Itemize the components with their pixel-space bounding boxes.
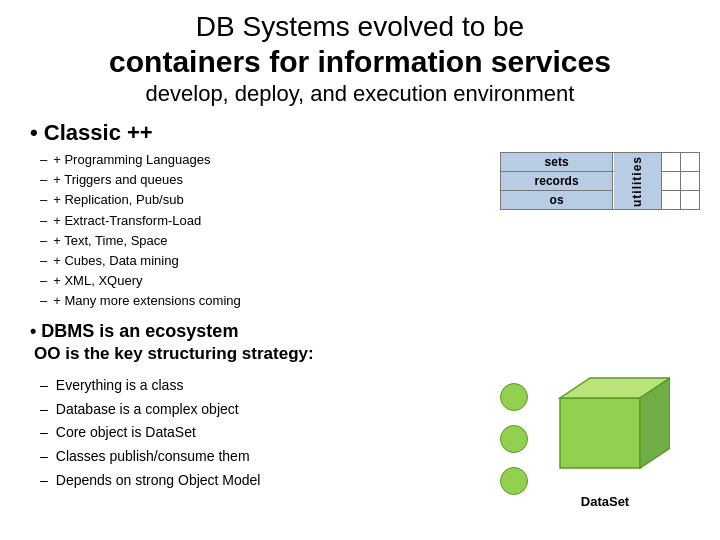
list-item2-text: Database is a complex object xyxy=(56,398,239,422)
dataset-diagram: DataSet xyxy=(480,368,680,498)
cell-blank5 xyxy=(661,191,680,210)
cell-os: os xyxy=(501,191,613,210)
dash-icon: – xyxy=(40,251,47,271)
dash2-icon: – xyxy=(40,374,48,398)
title-line1: DB Systems evolved to be xyxy=(20,10,700,44)
dash2-icon: – xyxy=(40,398,48,422)
circle2 xyxy=(500,425,528,453)
cube-svg xyxy=(540,368,670,488)
svg-marker-0 xyxy=(560,398,640,468)
list-item-text: + Replication, Pub/sub xyxy=(53,190,183,210)
dash-icon: – xyxy=(40,231,47,251)
list-item: –+ Extract-Transform-Load xyxy=(40,211,480,231)
list-item: –+ XML, XQuery xyxy=(40,271,480,291)
section2-bullet: • DBMS is an ecosystem xyxy=(30,321,700,342)
list-item-text: + XML, XQuery xyxy=(53,271,142,291)
section2: • DBMS is an ecosystem OO is the key str… xyxy=(20,321,700,498)
dash-icon: – xyxy=(40,150,47,170)
section1-content: –+ Programming Languages–+ Triggers and … xyxy=(20,150,700,311)
section2-content: –Everything is a class–Database is a com… xyxy=(20,368,700,498)
dash-icon: – xyxy=(40,211,47,231)
cell-blank6 xyxy=(680,191,699,210)
dash-icon: – xyxy=(40,170,47,190)
section2-list: –Everything is a class–Database is a com… xyxy=(40,374,470,493)
circles xyxy=(500,383,528,495)
list-item: –+ Programming Languages xyxy=(40,150,480,170)
list-item-text: + Many more extensions coming xyxy=(53,291,241,311)
list-item: –+ Text, Time, Space xyxy=(40,231,480,251)
section1-bullet: • Classic ++ xyxy=(30,120,700,146)
diagram-block: sets utilities records os xyxy=(490,152,700,210)
title-line3: develop, deploy, and execution environme… xyxy=(20,80,700,109)
list-item-text: + Extract-Transform-Load xyxy=(53,211,201,231)
cell-blank2 xyxy=(680,153,699,172)
list-item2: –Everything is a class xyxy=(40,374,470,398)
list-item-text: + Triggers and queues xyxy=(53,170,183,190)
cube-wrap: DataSet xyxy=(540,368,670,509)
dash-icon: – xyxy=(40,291,47,311)
dataset-label: DataSet xyxy=(540,494,670,509)
title-line2: containers for information services xyxy=(20,44,700,80)
list-item: –+ Triggers and queues xyxy=(40,170,480,190)
dash2-icon: – xyxy=(40,421,48,445)
cell-blank3 xyxy=(661,172,680,191)
list-item2: –Classes publish/consume them xyxy=(40,445,470,469)
list-item: –+ Replication, Pub/sub xyxy=(40,190,480,210)
dash-icon: – xyxy=(40,271,47,291)
title-block: DB Systems evolved to be containers for … xyxy=(20,10,700,108)
diagram-table: sets utilities records os xyxy=(500,152,700,210)
dash2-icon: – xyxy=(40,445,48,469)
subtext: OO is the key structuring strategy: xyxy=(34,344,700,364)
dash-icon: – xyxy=(40,190,47,210)
cell-records: records xyxy=(501,172,613,191)
list-item: –+ Cubes, Data mining xyxy=(40,251,480,271)
cube-container: DataSet xyxy=(490,368,670,498)
circle1 xyxy=(500,383,528,411)
section1-list: –+ Programming Languages–+ Triggers and … xyxy=(40,150,480,311)
list-item2: –Database is a complex object xyxy=(40,398,470,422)
list-item2-text: Core object is DataSet xyxy=(56,421,196,445)
list-item2-text: Classes publish/consume them xyxy=(56,445,250,469)
list-item-text: + Cubes, Data mining xyxy=(53,251,178,271)
list-item-text: + Text, Time, Space xyxy=(53,231,167,251)
cell-sets: sets xyxy=(501,153,613,172)
list-item: –+ Many more extensions coming xyxy=(40,291,480,311)
cell-blank4 xyxy=(680,172,699,191)
cell-utilities: utilities xyxy=(613,153,662,210)
list-item2: –Core object is DataSet xyxy=(40,421,470,445)
list-item2: –Depends on strong Object Model xyxy=(40,469,470,493)
list-item2-text: Everything is a class xyxy=(56,374,184,398)
circle3 xyxy=(500,467,528,495)
list-item2-text: Depends on strong Object Model xyxy=(56,469,261,493)
cell-blank1 xyxy=(661,153,680,172)
dash2-icon: – xyxy=(40,469,48,493)
list-item-text: + Programming Languages xyxy=(53,150,210,170)
